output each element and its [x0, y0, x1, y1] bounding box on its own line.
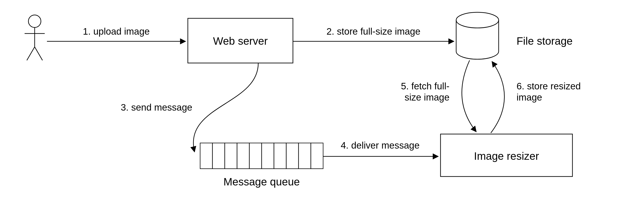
edge-store-label: 2. store full-size image	[326, 26, 420, 37]
svg-line-3	[27, 47, 35, 60]
edge-deliver-label: 4. deliver message	[341, 140, 420, 151]
image-resizer-label: Image resizer	[474, 150, 539, 162]
edge-upload-label: 1. upload image	[83, 26, 150, 37]
edge-send-message: 3. send message	[121, 63, 258, 152]
user-actor-icon	[24, 15, 45, 60]
svg-rect-15	[298, 143, 311, 169]
file-storage-node: File storage	[456, 12, 573, 59]
edge-storeres-label-line1: 6. store resized	[516, 81, 581, 91]
svg-rect-11	[249, 143, 262, 169]
message-queue-node: Message queue	[200, 143, 323, 188]
edge-store-full-size: 2. store full-size image	[293, 26, 454, 41]
svg-point-6	[456, 12, 499, 28]
edge-storeres-label-line2: image	[516, 92, 542, 103]
svg-rect-10	[237, 143, 249, 169]
edge-upload-image: 1. upload image	[47, 26, 186, 41]
message-queue-label: Message queue	[224, 176, 300, 188]
database-icon	[456, 12, 499, 59]
svg-line-4	[35, 47, 42, 60]
svg-rect-16	[311, 143, 323, 169]
web-server-label: Web server	[213, 35, 268, 47]
svg-point-0	[28, 15, 41, 27]
svg-rect-9	[225, 143, 237, 169]
svg-rect-13	[274, 143, 286, 169]
web-server-node: Web server	[188, 18, 293, 63]
queue-icon	[200, 143, 323, 169]
svg-rect-7	[200, 143, 212, 169]
edge-fetch-label-line2: size image	[404, 92, 450, 103]
edge-fetch-full-size: 5. fetch full- size image	[401, 60, 476, 132]
edge-deliver-message: 4. deliver message	[323, 140, 438, 156]
file-storage-label: File storage	[516, 35, 573, 47]
architecture-diagram: Web server File storage Message queue	[0, 0, 644, 206]
edge-store-resized: 6. store resized image	[491, 61, 581, 133]
svg-rect-8	[212, 143, 225, 169]
edge-send-label: 3. send message	[121, 102, 192, 113]
svg-rect-12	[262, 143, 274, 169]
edge-fetch-label-line1: 5. fetch full-	[401, 81, 450, 91]
image-resizer-node: Image resizer	[440, 134, 572, 177]
svg-rect-14	[286, 143, 298, 169]
